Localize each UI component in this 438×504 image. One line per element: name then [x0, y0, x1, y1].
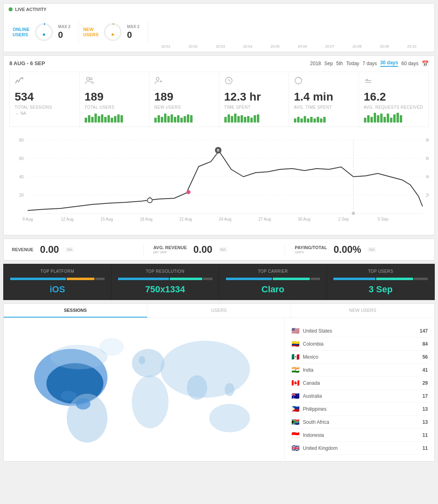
new-users-values: MAX 2 0	[127, 24, 140, 40]
new-users-value: 189	[154, 90, 214, 103]
metrics-row: 534 TOTAL SESSIONS → NA 189	[9, 72, 429, 127]
live-activity-section: LIVE ACTIVITY ONLINE USERS MAX 2	[3, 3, 435, 52]
count-gb: 11	[423, 445, 428, 451]
spark-time-4: 20:05	[270, 44, 280, 48]
name-za: South Africa	[303, 419, 329, 425]
svg-point-6	[86, 77, 89, 80]
revenue-section: REVENUE 0.00 NA AVG. REVENUE per user 0.…	[3, 239, 435, 261]
chart-svg: 80 60 40 20 80 60 40 20 A B	[9, 136, 429, 226]
online-users-donut	[34, 22, 54, 42]
mexico	[61, 391, 77, 401]
platform-bar-1	[10, 278, 66, 280]
avg-revenue-value: 0.00	[193, 244, 212, 255]
live-activity-header: LIVE ACTIVITY	[9, 7, 429, 12]
flag-id: 🇮🇩	[291, 431, 300, 439]
top-resolution-card: TOP RESOLUTION 750x1334	[112, 264, 219, 300]
flag-in: 🇮🇳	[291, 366, 300, 374]
top-platform-bars	[10, 278, 105, 280]
seven-days-control[interactable]: 7 days	[363, 61, 377, 66]
spark-col-0: 20:01	[152, 44, 180, 48]
count-au: 17	[423, 393, 428, 399]
svg-point-2	[43, 33, 45, 36]
name-au: Australia	[303, 393, 322, 399]
line-chart: 80 60 40 20 80 60 40 20 A B	[9, 132, 429, 231]
paying-label: PAYING/TOTAL	[295, 245, 327, 250]
svg-text:15 Aug: 15 Aug	[100, 217, 113, 221]
date-range: 8 AUG - 6 SEP	[9, 60, 45, 66]
year-control[interactable]: 2018	[310, 61, 321, 66]
metric-new-users: 189 NEW USERS	[149, 72, 219, 127]
flag-au: 🇦🇺	[291, 392, 300, 400]
flag-ph: 🇵🇭	[291, 405, 300, 413]
spark-time-3: 20:04	[243, 44, 252, 48]
carrier-bar-2	[273, 278, 310, 280]
platform-bar-2	[67, 278, 94, 280]
calendar-icon[interactable]: 📅	[422, 60, 429, 67]
revenue-badge: NA	[66, 247, 74, 252]
top-resolution-label: TOP RESOLUTION	[118, 269, 212, 274]
metric-total-users: 189 TOTAL USERS	[80, 72, 150, 127]
africa	[132, 375, 169, 428]
country-row-za: 🇿🇦 South Africa 13	[291, 416, 428, 429]
paying-sub: users	[295, 250, 327, 254]
top-users-card: TOP USERS 3 Sep	[327, 264, 434, 300]
metric-time-spent: 12.3 hr TIME SPENT	[219, 72, 289, 127]
flag-mx: 🇲🇽	[291, 353, 300, 361]
svg-text:9 Aug: 9 Aug	[22, 217, 33, 221]
tab-sessions[interactable]: SESSIONS	[4, 304, 147, 318]
avg-requests-bars	[364, 113, 424, 123]
svg-text:2 Sep: 2 Sep	[338, 217, 349, 221]
name-gb: United Kingdom	[303, 445, 337, 451]
avg-revenue-label: AVG. REVENUE	[153, 245, 187, 250]
time-spent-value: 12.3 hr	[224, 90, 284, 103]
country-row-co: 🇨🇴 Colombia 84	[291, 337, 428, 351]
count-ph: 13	[423, 406, 428, 412]
live-sparkline: 20:01 20:02 20:03 20:04 20:05	[148, 16, 429, 48]
name-ph: Philippines	[303, 406, 326, 412]
svg-text:B: B	[217, 148, 220, 152]
revenue-value: 0.00	[40, 244, 59, 255]
live-activity-label: LIVE ACTIVITY	[15, 7, 46, 12]
svg-point-5	[112, 33, 114, 36]
top-carrier-bars	[226, 278, 320, 280]
svg-text:24 Aug: 24 Aug	[219, 217, 231, 221]
spark-time-0: 20:01	[161, 44, 171, 48]
tab-new-users[interactable]: NEW USERS	[291, 304, 434, 318]
sixty-days-control[interactable]: 60 days	[401, 61, 418, 66]
stats-section: 8 AUG - 6 SEP 2018 Sep 5th Today 7 days …	[3, 55, 435, 235]
online-users-label: ONLINE	[13, 27, 30, 32]
users-bar-1	[333, 278, 375, 280]
month-control[interactable]: Sep	[324, 61, 333, 66]
top-users-label: TOP USERS	[333, 269, 428, 274]
new-users-label: NEW USERS	[154, 105, 214, 110]
svg-text:30 Aug: 30 Aug	[298, 217, 310, 221]
chart-baseline-dot	[352, 212, 355, 215]
carrier-bar-3	[311, 278, 320, 280]
tab-users[interactable]: USERS	[147, 304, 291, 318]
country-row-ca: 🇨🇦 Canada 29	[291, 377, 428, 390]
flag-ca: 🇨🇦	[291, 379, 300, 387]
day-control[interactable]: 5th	[336, 61, 343, 66]
date-controls: 2018 Sep 5th Today 7 days 30 days 60 day…	[310, 60, 429, 67]
today-control[interactable]: Today	[346, 61, 359, 66]
name-ca: Canada	[303, 380, 320, 386]
name-mx: Mexico	[303, 354, 318, 360]
sessions-label: TOTAL SESSIONS	[15, 105, 74, 110]
svg-point-7	[90, 78, 92, 80]
spark-time-7: 20:08	[353, 44, 362, 48]
thirty-days-control[interactable]: 30 days	[380, 60, 398, 67]
spark-time-5: 20:06	[298, 44, 307, 48]
avg-requests-icon	[364, 76, 424, 87]
count-id: 11	[423, 432, 428, 438]
svg-text:40: 40	[426, 175, 429, 179]
avg-requests-value: 16.2	[364, 90, 424, 103]
new-users-label-line1: NEW	[83, 27, 99, 32]
total-users-label: TOTAL USERS	[85, 105, 145, 110]
platform-bar-3	[95, 278, 105, 280]
avg-time-icon	[294, 76, 354, 87]
avg-revenue-badge: NA	[219, 247, 228, 252]
live-indicator-dot	[9, 7, 13, 11]
flag-gb: 🇬🇧	[291, 444, 300, 452]
flag-za: 🇿🇦	[291, 418, 300, 426]
svg-text:A: A	[149, 196, 151, 200]
